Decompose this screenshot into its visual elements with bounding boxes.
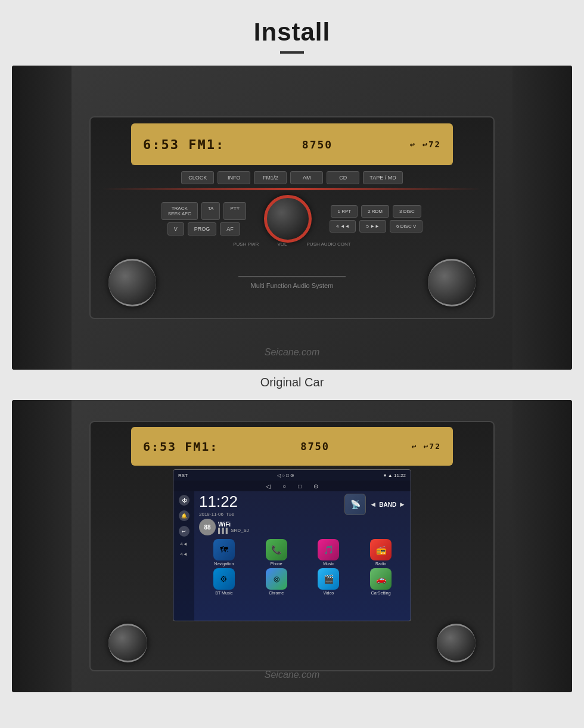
screen-date: 2018-11-06 [199,512,223,517]
android-screen[interactable]: RST ◁ ○ □ ⊙ ♥ ▲ 11:22 ◁ ○ □ ⊙ ⏻ 🔔 [173,469,411,621]
android-car-image: 6:53 FM1: 8750 ↩ ↩72 RST ◁ ○ □ ⊙ ♥ ▲ 11:… [12,400,572,692]
page-title: Install [254,18,330,47]
num88-indicator: 88 [199,519,216,535]
watermark-2: Seicane.com [265,670,320,680]
app-chrome[interactable]: ◎ Chrome [251,568,302,595]
band-label: BAND [379,501,396,508]
app-music[interactable]: 🎵 Music [304,539,354,566]
app-radio[interactable]: 📻 Radio [356,539,406,566]
app-video[interactable]: 🎬 Video [304,568,354,595]
app-phone[interactable]: 📞 Phone [251,539,302,566]
app-carsetting[interactable]: 🚗 CarSetting [356,568,406,595]
wifi-ssid: SRD_SJ [231,528,249,534]
multi-function-text: Multi Function Audio System [238,282,346,289]
screen-day: Tue [226,512,234,517]
app-navigation[interactable]: 🗺 Navigation [199,539,249,566]
app-btmusic[interactable]: ⚙ BT Music [199,568,249,595]
watermark-1: Seicane.com [265,347,320,358]
title-divider [280,51,304,54]
wifi-label: WiFi [218,521,249,528]
original-car-label: Original Car [260,376,324,389]
screen-time: 11:22 [199,494,238,509]
original-car-image: 6:53 FM1: 8750 ↩ ↩72 CLOCK INFO FM1/2 AM… [12,66,572,370]
